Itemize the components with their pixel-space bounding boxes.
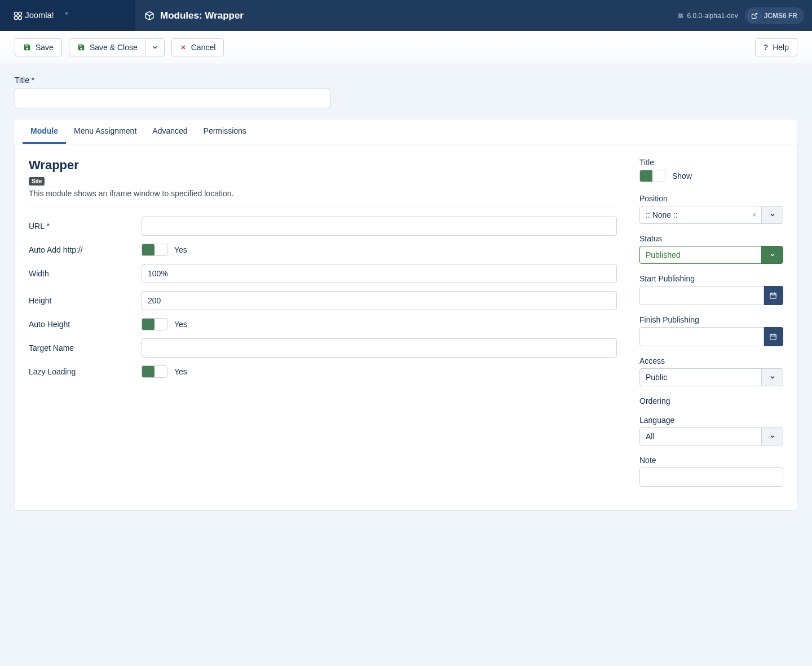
- side-ordering: Ordering: [639, 396, 783, 405]
- divider: [29, 206, 617, 206]
- side-finish-pub: Finish Publishing: [639, 315, 783, 346]
- lazy-loading-value: Yes: [174, 367, 187, 376]
- version-text: 6.0.0-alpha1-dev: [687, 12, 738, 20]
- cancel-icon: [180, 44, 187, 51]
- calendar-button[interactable]: [764, 327, 783, 346]
- position-value: :: None ::: [640, 206, 748, 223]
- language-value: All: [640, 428, 761, 445]
- height-input[interactable]: [142, 291, 617, 310]
- tabs: Module Menu Assignment Advanced Permissi…: [15, 120, 797, 144]
- side-language: Language All: [639, 416, 783, 446]
- row-url: URL *: [29, 217, 617, 236]
- side-column: Title Show Position :: None :: × Status: [639, 158, 783, 497]
- svg-point-3: [19, 16, 22, 19]
- side-status: Status Published: [639, 234, 783, 264]
- tab-advanced[interactable]: Advanced: [144, 120, 195, 144]
- chevron-down-icon[interactable]: [761, 246, 783, 263]
- start-pub-input[interactable]: [639, 286, 764, 305]
- svg-rect-10: [770, 293, 776, 298]
- ordering-label: Ordering: [639, 396, 783, 405]
- calendar-icon: [769, 333, 777, 341]
- save-close-button[interactable]: Save & Close: [69, 38, 146, 56]
- width-input[interactable]: [142, 264, 617, 283]
- module-description: This module shows an iframe window to sp…: [29, 189, 617, 198]
- site-chip[interactable]: JCMS6 FR: [745, 7, 804, 24]
- toolbar: Save Save & Close Cancel ? Help: [0, 31, 812, 64]
- side-title-label: Title: [639, 158, 783, 167]
- row-target-name: Target Name: [29, 338, 617, 358]
- top-right: 6.0.0-alpha1-dev JCMS6 FR: [677, 7, 812, 24]
- side-title: Title Show: [639, 158, 783, 184]
- chevron-down-icon[interactable]: [761, 428, 783, 445]
- target-name-input[interactable]: [142, 338, 617, 358]
- site-name: JCMS6 FR: [764, 12, 797, 20]
- access-select[interactable]: Public: [639, 368, 783, 386]
- note-label: Note: [639, 456, 783, 465]
- brand-logo[interactable]: Joomla! ®: [0, 0, 135, 31]
- auto-height-toggle[interactable]: [142, 318, 167, 330]
- auto-add-http-value: Yes: [174, 245, 187, 254]
- row-width: Width: [29, 264, 617, 283]
- external-link-icon: [748, 10, 761, 22]
- svg-point-2: [14, 16, 17, 19]
- svg-point-1: [19, 12, 22, 15]
- page-title-area: Modules: Wrapper: [135, 10, 677, 21]
- form-area: Title * Module Menu Assignment Advanced …: [0, 64, 812, 522]
- save-close-group: Save & Close: [69, 38, 165, 56]
- side-access: Access Public: [639, 356, 783, 386]
- tab-content: Wrapper Site This module shows an iframe…: [15, 144, 797, 511]
- main-column: Wrapper Site This module shows an iframe…: [29, 158, 617, 497]
- status-select[interactable]: Published: [639, 246, 783, 264]
- url-input[interactable]: [142, 217, 617, 236]
- save-button[interactable]: Save: [15, 38, 62, 56]
- calendar-button[interactable]: [764, 286, 783, 305]
- svg-text:®: ®: [65, 11, 68, 15]
- row-auto-add-http: Auto Add http:// Yes: [29, 244, 617, 256]
- tab-permissions[interactable]: Permissions: [196, 120, 254, 144]
- auto-add-http-toggle[interactable]: [142, 244, 167, 256]
- start-pub-label: Start Publishing: [639, 274, 783, 283]
- help-button[interactable]: ? Help: [755, 38, 797, 56]
- svg-point-8: [678, 16, 680, 17]
- note-input[interactable]: [639, 467, 783, 487]
- chevron-down-icon[interactable]: [761, 206, 783, 223]
- access-label: Access: [639, 356, 783, 365]
- svg-point-7: [681, 14, 682, 15]
- chevron-down-icon[interactable]: [761, 369, 783, 386]
- version-chip[interactable]: 6.0.0-alpha1-dev: [677, 12, 738, 20]
- calendar-icon: [769, 292, 777, 299]
- svg-text:Joomla!: Joomla!: [25, 11, 54, 20]
- finish-pub-input[interactable]: [639, 327, 764, 346]
- cancel-button[interactable]: Cancel: [171, 38, 224, 56]
- auto-height-value: Yes: [174, 320, 187, 329]
- language-select[interactable]: All: [639, 427, 783, 446]
- save-dropdown-button[interactable]: [146, 38, 165, 56]
- topbar: Joomla! ® Modules: Wrapper 6.0.0-alpha1-…: [0, 0, 812, 31]
- target-name-label: Target Name: [29, 343, 142, 352]
- width-label: Width: [29, 269, 142, 278]
- language-label: Language: [639, 416, 783, 425]
- site-badge: Site: [29, 177, 45, 186]
- row-auto-height: Auto Height Yes: [29, 318, 617, 330]
- module-heading: Wrapper: [29, 158, 617, 173]
- page-title: Modules: Wrapper: [160, 10, 244, 21]
- tab-module[interactable]: Module: [23, 120, 66, 144]
- cube-icon: [144, 11, 155, 21]
- side-start-pub: Start Publishing: [639, 274, 783, 305]
- tab-menu-assignment[interactable]: Menu Assignment: [66, 120, 144, 144]
- title-label: Title *: [15, 76, 797, 85]
- status-value: Published: [640, 246, 761, 263]
- side-note: Note: [639, 456, 783, 487]
- svg-point-0: [14, 12, 17, 15]
- position-clear[interactable]: ×: [748, 206, 761, 223]
- lazy-loading-toggle[interactable]: [142, 365, 167, 378]
- save-icon: [23, 43, 31, 51]
- side-title-toggle[interactable]: [639, 170, 665, 182]
- finish-pub-label: Finish Publishing: [639, 315, 783, 324]
- row-lazy-loading: Lazy Loading Yes: [29, 365, 617, 378]
- chevron-down-icon: [152, 44, 158, 51]
- position-select[interactable]: :: None :: ×: [639, 206, 783, 224]
- title-input[interactable]: [15, 88, 330, 108]
- help-icon: ?: [764, 43, 769, 52]
- height-label: Height: [29, 296, 142, 305]
